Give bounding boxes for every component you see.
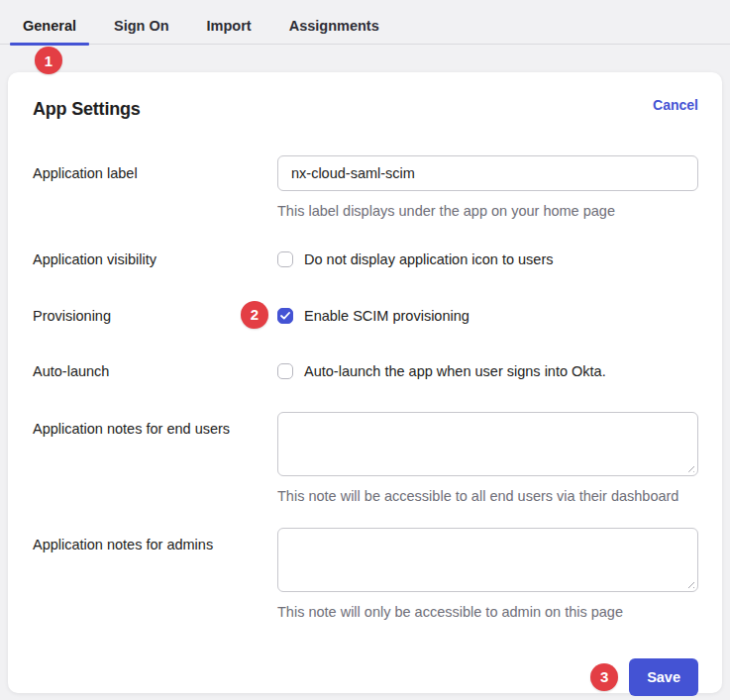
app-settings-panel: App Settings Cancel Application label Th… [8,72,722,693]
notes-admins-help: This note will only be accessible to adm… [277,604,698,621]
notes-end-users-help: This note will be accessible to all end … [277,488,698,505]
tab-general[interactable]: General [10,8,89,45]
field-row-auto-launch: Auto-launch Auto-launch the app when use… [33,362,698,380]
application-visibility-checkbox-label[interactable]: Do not display application icon to users [304,251,553,267]
application-label-label: Application label [33,155,277,182]
field-row-application-visibility: Application visibility Do not display ap… [33,250,698,268]
field-row-notes-end-users: Application notes for end users This not… [33,412,698,505]
auto-launch-checkbox-label[interactable]: Auto-launch the app when user signs into… [304,363,606,379]
field-row-provisioning: 2 Provisioning Enable SCIM provisioning [33,307,698,325]
notes-end-users-label: Application notes for end users [33,412,277,438]
auto-launch-checkbox[interactable] [277,363,293,379]
app-tabs: General Sign On Import Assignments [0,0,730,45]
field-row-notes-admins: Application notes for admins This note w… [33,528,698,621]
save-row: 3 Save [33,658,698,696]
auto-launch-label: Auto-launch [33,362,277,380]
tab-import[interactable]: Import [194,8,264,45]
tab-assignments[interactable]: Assignments [276,8,392,45]
application-visibility-label: Application visibility [33,250,277,268]
annotation-badge-2: 2 [241,301,268,329]
annotation-badge-1: 1 [35,47,62,74]
checkmark-icon [280,312,290,320]
cancel-link[interactable]: Cancel [653,97,698,113]
enable-scim-checkbox[interactable] [277,308,293,324]
application-label-input[interactable] [277,155,698,191]
tab-sign-on[interactable]: Sign On [101,8,182,45]
application-visibility-checkbox[interactable] [277,251,293,267]
notes-admins-textarea[interactable] [277,528,698,592]
field-row-application-label: Application label This label displays un… [33,155,698,220]
panel-header: App Settings Cancel [33,97,698,120]
notes-admins-label: Application notes for admins [33,528,277,553]
enable-scim-checkbox-label[interactable]: Enable SCIM provisioning [304,308,469,324]
annotation-badge-3: 3 [590,663,618,691]
application-label-help: This label displays under the app on you… [277,203,698,220]
page-title: App Settings [33,97,141,120]
notes-end-users-textarea[interactable] [277,412,698,476]
save-button[interactable]: Save [629,658,698,696]
